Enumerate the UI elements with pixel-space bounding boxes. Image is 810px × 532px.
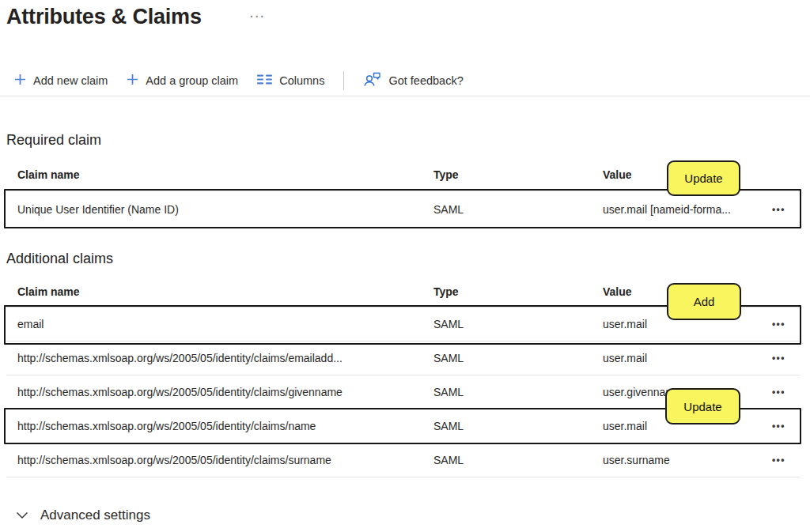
table-row-unique-user-identifier[interactable]: Unique User Identifier (Name ID) SAML us… xyxy=(6,191,800,228)
required-col-value: Value xyxy=(603,168,632,181)
advanced-settings-label: Advanced settings xyxy=(40,507,150,523)
claim-type-cell: SAML xyxy=(433,352,464,364)
annotation-note-update-name: Update xyxy=(665,388,740,424)
plus-icon xyxy=(14,74,26,88)
claim-name-cell: http://schemas.xmlsoap.org/ws/2005/05/id… xyxy=(17,454,331,466)
required-col-claim-name: Claim name xyxy=(17,168,80,181)
table-row-surname[interactable]: http://schemas.xmlsoap.org/ws/2005/05/id… xyxy=(6,443,800,477)
more-options-icon[interactable]: ··· xyxy=(250,10,266,23)
row-context-menu-icon[interactable]: ••• xyxy=(769,383,789,401)
claim-value-cell: user.mail xyxy=(603,318,647,330)
plus-icon xyxy=(127,74,138,88)
chevron-down-icon xyxy=(16,507,28,523)
annotation-note-update-required: Update xyxy=(667,160,740,196)
required-col-type: Type xyxy=(433,168,459,181)
required-claim-table: Unique User Identifier (Name ID) SAML us… xyxy=(6,191,800,228)
additional-col-value: Value xyxy=(603,285,632,298)
claim-type-cell: SAML xyxy=(433,318,464,330)
attributes-claims-page: Attributes & Claims ··· Add new claim Ad… xyxy=(0,0,810,532)
row-context-menu-icon[interactable]: ••• xyxy=(769,315,789,333)
claim-type-cell: SAML xyxy=(433,203,464,216)
required-claim-heading: Required claim xyxy=(6,132,101,149)
row-context-menu-icon[interactable]: ••• xyxy=(769,201,789,218)
claim-name-cell: http://schemas.xmlsoap.org/ws/2005/05/id… xyxy=(17,420,316,432)
additional-col-claim-name: Claim name xyxy=(17,285,80,298)
table-row-emailaddress[interactable]: http://schemas.xmlsoap.org/ws/2005/05/id… xyxy=(6,341,800,375)
got-feedback-button[interactable]: Got feedback? xyxy=(363,72,463,89)
claim-value-cell: user.mail xyxy=(603,420,647,432)
columns-button[interactable]: Columns xyxy=(257,74,324,87)
columns-label: Columns xyxy=(279,74,324,87)
row-context-menu-icon[interactable]: ••• xyxy=(769,451,789,469)
add-new-claim-button[interactable]: Add new claim xyxy=(14,74,108,88)
add-new-claim-label: Add new claim xyxy=(33,74,108,87)
toolbar-divider xyxy=(343,71,344,90)
claim-name-cell: email xyxy=(17,318,44,330)
advanced-settings-toggle[interactable]: Advanced settings xyxy=(16,507,150,523)
claim-value-cell: user.mail xyxy=(603,352,647,364)
additional-claims-heading: Additional claims xyxy=(6,251,113,267)
toolbar-separator xyxy=(0,96,810,96)
columns-icon xyxy=(257,74,272,87)
claim-name-cell: http://schemas.xmlsoap.org/ws/2005/05/id… xyxy=(17,386,343,398)
add-group-claim-button[interactable]: Add a group claim xyxy=(127,74,238,88)
claim-type-cell: SAML xyxy=(433,386,464,398)
claim-value-cell: user.mail [nameid-forma... xyxy=(603,203,731,216)
annotation-note-add-email: Add xyxy=(667,283,741,320)
toolbar: Add new claim Add a group claim Columns … xyxy=(14,70,464,92)
got-feedback-label: Got feedback? xyxy=(388,74,463,87)
claim-type-cell: SAML xyxy=(433,454,464,466)
claim-name-cell: Unique User Identifier (Name ID) xyxy=(17,203,179,216)
claim-type-cell: SAML xyxy=(433,420,464,432)
claim-value-cell: user.surname xyxy=(603,454,670,466)
claim-name-cell: http://schemas.xmlsoap.org/ws/2005/05/id… xyxy=(17,352,343,364)
row-context-menu-icon[interactable]: ••• xyxy=(769,349,789,367)
additional-col-type: Type xyxy=(433,285,459,298)
row-context-menu-icon[interactable]: ••• xyxy=(769,417,789,435)
add-group-claim-label: Add a group claim xyxy=(146,74,238,87)
page-title: Attributes & Claims xyxy=(6,5,202,29)
feedback-icon xyxy=(363,72,381,89)
